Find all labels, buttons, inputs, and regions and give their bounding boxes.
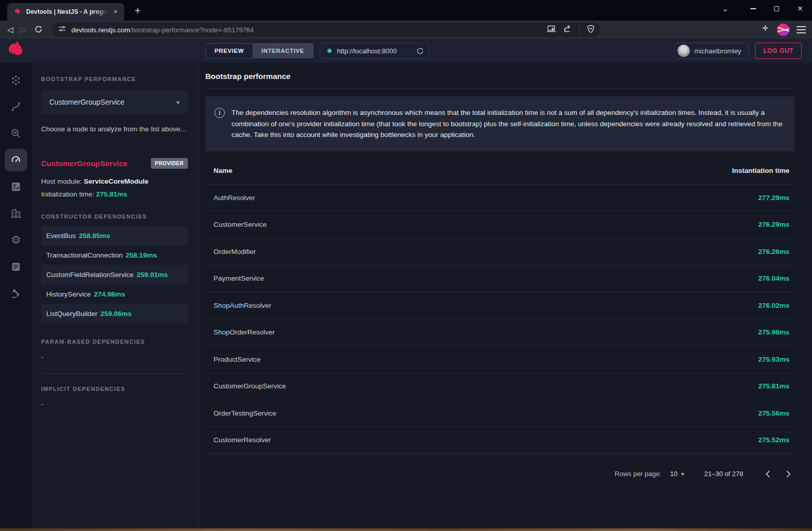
nav-docs-icon[interactable] <box>5 255 27 278</box>
pagination: Rows per page: 10 ▾ 21–30 of 278 <box>205 468 795 480</box>
param-deps-title: PARAM-BASED DEPENDENCIES <box>41 339 188 345</box>
url-bar[interactable]: devtools.nestjs.com/bootstrap-performanc… <box>52 23 600 37</box>
nav-audit-icon[interactable] <box>5 175 27 198</box>
table-row[interactable]: ProductService 275.93ms <box>205 346 795 373</box>
row-instantiation-time: 276.26ms <box>758 248 789 255</box>
user-avatar <box>678 45 690 57</box>
node-select-value: CustomerGroupService <box>49 98 176 106</box>
forward-icon[interactable]: ▷ <box>21 25 27 34</box>
tab-search-icon[interactable]: ⌄ <box>713 0 737 17</box>
nav-routes-icon[interactable] <box>5 95 27 118</box>
maximize-button[interactable] <box>765 0 788 17</box>
preview-button[interactable]: PREVIEW <box>206 44 253 58</box>
time-column-header: Instantiation time <box>732 167 789 174</box>
host-module-row: Host module: ServiceCoreModule <box>41 178 188 185</box>
minimize-button[interactable] <box>741 0 765 17</box>
app-header: PREVIEW INTERACTIVE http://localhost:800… <box>0 39 812 63</box>
row-instantiation-time: 277.29ms <box>758 194 789 202</box>
next-page-button[interactable] <box>782 468 795 480</box>
reload-icon[interactable] <box>34 25 43 35</box>
open-in-app-icon[interactable] <box>547 25 556 35</box>
nav-sandbox-icon[interactable] <box>5 282 27 305</box>
table-row[interactable]: OrderTestingService 275.56ms <box>205 400 795 427</box>
brave-shields-icon[interactable] <box>587 25 595 35</box>
row-name: CustomerGroupService <box>214 382 286 390</box>
rows-per-page-select[interactable]: 10 ▾ <box>670 470 685 478</box>
mode-toggle: PREVIEW INTERACTIVE <box>205 43 314 58</box>
dependency-time: 259.01ms <box>137 271 168 279</box>
site-settings-icon[interactable] <box>58 25 66 35</box>
dependency-item[interactable]: TransactionalConnection 258.19ms <box>41 245 188 265</box>
node-select[interactable]: CustomerGroupService ▾ <box>41 90 188 114</box>
page-range: 21–30 of 278 <box>704 470 743 478</box>
nestjs-favicon <box>13 8 22 16</box>
sparkles-icon[interactable] <box>761 24 770 35</box>
browser-window: Devtools | NestJS - A progressive × + ⌄ … <box>0 0 812 531</box>
nav-modules-icon[interactable] <box>5 202 27 225</box>
constructor-deps-title: CONSTRUCTOR DEPENDENCIES <box>41 213 188 220</box>
dependency-item[interactable]: HistoryService 274.98ms <box>41 284 188 304</box>
table-row[interactable]: OrderModifier 276.26ms <box>205 239 795 266</box>
tab-close-icon[interactable]: × <box>111 7 120 16</box>
dependency-name: CustomFieldRelationService <box>46 271 133 279</box>
table-row[interactable]: PaymentService 276.04ms <box>205 265 795 292</box>
row-name: ProductService <box>214 356 261 363</box>
dependency-item[interactable]: EventBus 258.85ms <box>41 226 188 245</box>
new-tab-button[interactable]: + <box>131 5 144 17</box>
row-name: AuthResolver <box>214 194 255 202</box>
dependency-time: 274.98ms <box>94 290 125 298</box>
close-button[interactable]: × <box>788 0 812 17</box>
main-content: Bootstrap performance i The dependencies… <box>199 63 812 528</box>
user-chip[interactable]: michaelbromley <box>674 43 749 59</box>
table-body: AuthResolver 277.29ms CustomerService 27… <box>205 185 795 454</box>
implicit-deps-empty: - <box>41 400 188 408</box>
dependency-time: 258.85ms <box>79 232 110 240</box>
provider-badge: PROVIDER <box>151 158 188 169</box>
nav-settings-icon[interactable]: ⚙ <box>5 229 27 251</box>
tab-strip: Devtools | NestJS - A progressive × + ⌄ … <box>0 0 812 21</box>
table-row[interactable]: ShopAuthResolver 276.02ms <box>205 292 795 320</box>
table-row[interactable]: ShopOrderResolver 275.98ms <box>205 319 795 346</box>
menu-icon[interactable] <box>797 26 806 33</box>
table-row[interactable]: CustomerService 276.29ms <box>205 211 795 239</box>
table-row[interactable]: CustomerResolver 275.52ms <box>205 427 795 454</box>
nav-bootstrap-performance-icon[interactable] <box>5 149 27 171</box>
row-instantiation-time: 275.52ms <box>758 436 789 444</box>
nestjs-logo <box>5 40 26 62</box>
page-title: Bootstrap performance <box>205 72 795 89</box>
row-instantiation-time: 275.56ms <box>758 409 789 417</box>
tab-title: Devtools | NestJS - A progressive <box>26 8 111 15</box>
previous-page-button[interactable] <box>761 468 774 480</box>
back-icon[interactable]: ◁ <box>7 25 13 34</box>
logout-button[interactable]: LOG OUT <box>755 43 802 59</box>
table-row[interactable]: AuthResolver 277.29ms <box>205 185 795 212</box>
name-column-header: Name <box>214 167 233 174</box>
selected-node-name: CustomerGroupService <box>41 159 127 168</box>
app-url-input[interactable]: http://localhost:8000 <box>320 43 430 59</box>
chevron-down-icon: ▾ <box>176 99 180 106</box>
nav-dependency-graph-icon[interactable] <box>5 69 27 91</box>
info-callout: i The dependencies resolution algorithm … <box>205 96 795 151</box>
row-name: ShopOrderResolver <box>214 328 275 336</box>
dependency-name: HistoryService <box>46 290 91 298</box>
dependency-time: 259.06ms <box>101 310 132 318</box>
share-icon[interactable] <box>563 25 572 35</box>
username: michaelbromley <box>694 47 741 55</box>
nav-insights-icon[interactable] <box>5 122 27 145</box>
interactive-button[interactable]: INTERACTIVE <box>253 44 313 58</box>
table-row[interactable]: CustomerGroupService 275.81ms <box>205 373 795 400</box>
info-icon: i <box>215 108 225 118</box>
row-instantiation-time: 275.93ms <box>758 356 789 363</box>
profile-avatar[interactable] <box>777 24 789 36</box>
performance-table: Name Instantiation time AuthResolver 277… <box>205 162 795 454</box>
dependency-name: TransactionalConnection <box>46 251 123 259</box>
row-name: ShopAuthResolver <box>214 302 272 309</box>
dependency-item[interactable]: ListQueryBuilder 259.06ms <box>41 304 188 323</box>
constructor-deps-list: EventBus 258.85ms TransactionalConnectio… <box>41 226 188 323</box>
row-instantiation-time: 275.98ms <box>758 328 789 336</box>
nav-rail: ⚙ <box>0 63 32 528</box>
url-text: devtools.nestjs.com/bootstrap-performanc… <box>71 26 539 34</box>
dependency-item[interactable]: CustomFieldRelationService 259.01ms <box>41 265 188 284</box>
browser-tab[interactable]: Devtools | NestJS - A progressive × <box>7 3 124 21</box>
refresh-icon[interactable] <box>416 47 424 55</box>
